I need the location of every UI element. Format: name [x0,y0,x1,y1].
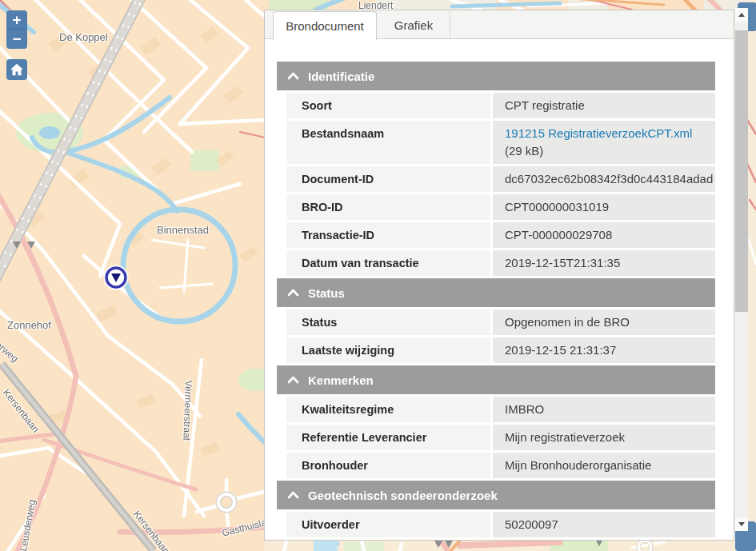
section-rows: Uitvoerder 50200097 [286,512,715,537]
panel-content: Identificatie Soort CPT registratie Best… [277,62,715,540]
row-value: CPT-000000029708 [493,222,715,248]
section-title: Kenmerken [308,373,374,387]
row-label: Datum van transactie [286,250,490,276]
row-label: Laatste wijziging [286,337,490,363]
row-label: Referentie Leverancier [286,425,490,450]
row-value: Opgenomen in de BRO [493,309,715,335]
app-window: Liendert De Koppel Binnenstad Zonnehof k… [0,0,756,551]
table-row: BRO-ID CPT000000031019 [286,194,715,220]
row-value: Mijn Bronhouderorganisatie [493,453,715,478]
table-row: Uitvoerder 50200097 [286,512,715,537]
home-icon [10,63,24,76]
section-header-geotechnisch-sondeeronderzoek[interactable]: Geotechnisch sondeeronderzoek [277,481,715,509]
vertical-scrollbar[interactable] [735,8,748,531]
tab-grafiek[interactable]: Grafiek [378,11,450,38]
row-value: 2019-12-15 21:31:37 [493,337,715,363]
table-row: Laatste wijziging 2019-12-15 21:31:37 [286,337,715,363]
scroll-down-button[interactable] [735,517,748,531]
detail-panel: Brondocument Grafiek Identificatie Soort… [264,10,734,541]
section-title: Geotechnisch sondeeronderzoek [308,489,498,502]
row-value: CPT registratie [493,93,715,118]
home-button[interactable] [6,59,27,80]
row-label: Transactie-ID [286,222,490,248]
row-value: IMBRO [493,397,715,422]
scroll-up-button[interactable] [735,8,748,22]
tab-brondocument[interactable]: Brondocument [273,11,377,40]
row-value: CPT000000031019 [493,194,715,220]
chevron-up-icon [287,289,299,297]
table-row: Transactie-ID CPT-000000029708 [286,222,715,248]
row-label: BRO-ID [286,194,490,220]
triangle-up-icon [738,13,745,17]
tab-label: Brondocument [286,19,364,33]
table-row: Referentie Leverancier Mijn registratiev… [286,425,715,450]
section-rows: Soort CPT registratie Bestandsnaam 19121… [286,93,715,276]
row-label: Kwaliteitsregime [286,397,490,422]
triangle-down-icon [738,522,745,526]
chevron-up-icon [287,491,299,499]
chevron-up-icon [287,376,299,384]
table-row: Bestandsnaam 191215 RegistratieverzoekCP… [286,121,715,164]
table-row: Kwaliteitsregime IMBRO [286,397,715,422]
section-title: Status [308,286,345,300]
chevron-up-icon [287,72,299,80]
tab-bar: Brondocument Grafiek [265,10,734,39]
row-label: Soort [286,93,490,118]
scrollbar-thumb[interactable] [735,30,748,312]
row-label: Status [286,309,490,335]
section-header-kenmerken[interactable]: Kenmerken [277,365,715,394]
table-row: Bronhouder Mijn Bronhouderorganisatie [286,453,715,478]
section-title: Identificatie [308,70,374,83]
row-value: Mijn registratieverzoek [493,425,715,450]
location-marker-icon [105,266,127,289]
tab-label: Grafiek [394,18,433,32]
row-label: Bronhouder [286,453,490,478]
zoom-in-button[interactable]: + [6,10,27,30]
section-header-status[interactable]: Status [277,278,715,307]
zoom-controls: + − [6,10,27,49]
row-value: 2019-12-15T21:31:35 [493,250,715,276]
table-row: Soort CPT registratie [286,93,715,118]
row-label: Bestandsnaam [286,121,490,164]
row-value: dc67032ec62b08342f3d0c443184adad [493,166,715,192]
row-value: 50200097 [493,512,715,537]
section-rows: Kwaliteitsregime IMBRO Referentie Levera… [286,397,715,478]
table-row: Document-ID dc67032ec62b08342f3d0c443184… [286,166,715,192]
file-size-text: (29 kB) [505,144,543,158]
section-rows: Status Opgenomen in de BRO Laatste wijzi… [286,309,715,363]
row-label: Uitvoerder [286,512,490,537]
section-header-identificatie[interactable]: Identificatie [277,62,715,90]
table-row: Status Opgenomen in de BRO [286,309,715,335]
row-label: Document-ID [286,166,490,192]
row-value: 191215 RegistratieverzoekCPT.xml (29 kB) [493,121,715,164]
file-download-link[interactable]: 191215 RegistratieverzoekCPT.xml [505,126,692,140]
table-row: Datum van transactie 2019-12-15T21:31:35 [286,250,715,276]
zoom-out-button[interactable]: − [6,30,27,49]
